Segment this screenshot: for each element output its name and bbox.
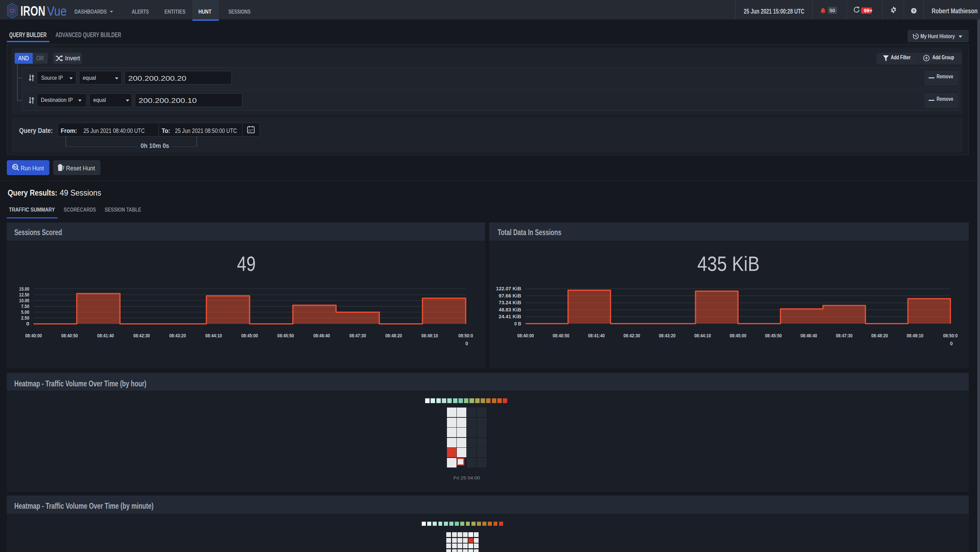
svg-text:?: ? [913, 9, 915, 13]
svg-text:QUERY BUILDER: QUERY BUILDER [9, 31, 47, 38]
svg-text:Query Results:: Query Results: [8, 188, 57, 197]
svg-text:SESSION TABLE: SESSION TABLE [105, 207, 141, 213]
svg-text:49 Sessions: 49 Sessions [60, 188, 102, 197]
svg-text:TRAFFIC SUMMARY: TRAFFIC SUMMARY [9, 207, 55, 213]
svg-text:ADVANCED QUERY BUILDER: ADVANCED QUERY BUILDER [56, 31, 121, 38]
svg-text:SCORECARDS: SCORECARDS [64, 207, 96, 213]
